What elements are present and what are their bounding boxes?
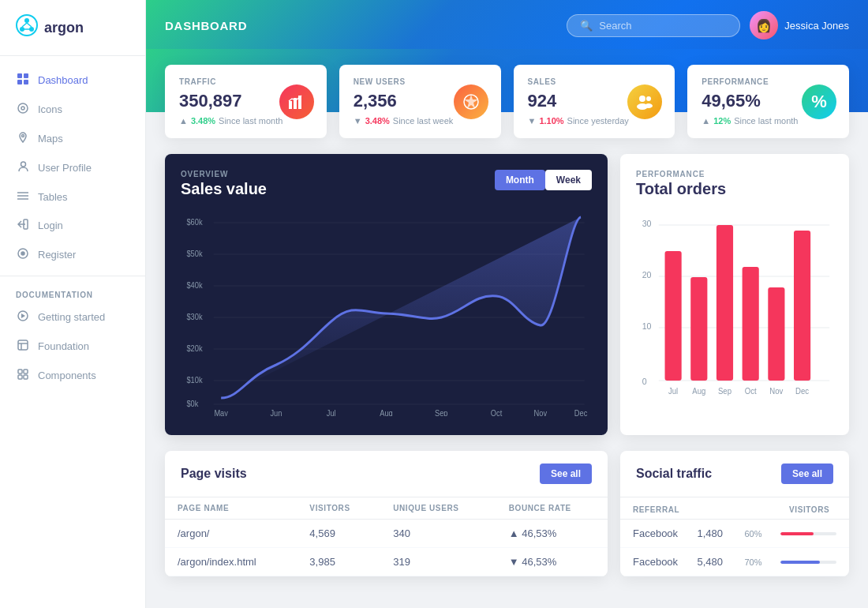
sales-chart-card: OVERVIEW Sales value Month Week $60k $50…: [165, 154, 608, 435]
chart-header: PERFORMANCE Total orders: [636, 170, 833, 198]
search-input[interactable]: [599, 20, 725, 32]
sidebar-item-components[interactable]: Components: [0, 361, 145, 390]
stat-icon-traffic: [279, 84, 314, 119]
sidebar-item-label: Register: [38, 249, 76, 261]
progress-bar: [780, 561, 837, 564]
svg-text:May: May: [214, 409, 228, 416]
search-bar[interactable]: 🔍: [567, 14, 740, 37]
svg-text:$30k: $30k: [186, 313, 202, 321]
sidebar-item-label: Foundation: [38, 340, 89, 352]
social-name: Facebook: [633, 527, 690, 539]
getting-started-icon: [16, 310, 30, 324]
sidebar-item-tables[interactable]: Tables: [0, 182, 145, 211]
svg-point-13: [22, 135, 24, 137]
chart-header: OVERVIEW Sales value Month Week: [181, 170, 592, 198]
see-all-page-visits-button[interactable]: See all: [540, 464, 592, 484]
cell-bounce: ▼ 46,53%: [496, 548, 608, 576]
sidebar-item-register[interactable]: Register: [0, 240, 145, 269]
svg-text:Nov: Nov: [534, 409, 548, 416]
user-name: Jessica Jones: [784, 20, 849, 32]
svg-rect-10: [24, 80, 28, 84]
progress-bar: [780, 532, 837, 535]
svg-rect-18: [24, 220, 28, 229]
svg-point-34: [646, 96, 651, 101]
sidebar-item-label: Tables: [38, 191, 68, 203]
svg-text:Jul: Jul: [327, 409, 336, 416]
svg-rect-26: [24, 370, 28, 373]
stat-card-performance: PERFORMANCE 49,65% ▲12% Since last month…: [687, 65, 849, 138]
svg-rect-22: [18, 340, 28, 350]
cell-bounce: ▲ 46,53%: [496, 520, 608, 548]
cell-unique: 340: [380, 520, 496, 548]
svg-text:Nov: Nov: [769, 387, 783, 396]
avatar: 👩: [750, 11, 778, 39]
page-visits-card: Page visits See all PAGE NAME VISITORS U…: [165, 451, 608, 576]
sidebar-item-foundation[interactable]: Foundation: [0, 332, 145, 361]
svg-rect-77: [794, 231, 810, 381]
maps-icon: [16, 132, 30, 145]
stat-icon-performance: %: [802, 84, 836, 119]
performance-title: Total orders: [636, 180, 726, 198]
svg-point-1: [24, 18, 29, 23]
logo-icon: [16, 14, 38, 41]
sidebar-item-maps[interactable]: Maps: [0, 124, 145, 153]
user-info: 👩 Jessica Jones: [750, 11, 849, 39]
stat-card-traffic: TRAFFIC 350,897 ▲3.48% Since last month: [165, 65, 327, 138]
chart-title: Sales value: [181, 180, 267, 198]
svg-point-33: [639, 96, 645, 102]
see-all-social-button[interactable]: See all: [781, 464, 833, 484]
col-visitors: VISITORS: [297, 497, 380, 520]
user-profile-icon: [16, 161, 30, 175]
svg-text:30: 30: [642, 219, 652, 228]
svg-text:0: 0: [642, 377, 647, 386]
toggle-buttons: Month Week: [495, 170, 592, 190]
svg-text:Oct: Oct: [745, 387, 757, 396]
dashboard-icon: [16, 73, 30, 87]
sidebar-item-getting-started[interactable]: Getting started: [0, 302, 145, 332]
social-traffic-header: Social traffic See all: [620, 451, 849, 497]
icons-icon: [16, 103, 30, 116]
toggle-week-button[interactable]: Week: [545, 170, 592, 190]
svg-text:Sep: Sep: [435, 409, 448, 416]
svg-point-12: [21, 107, 24, 110]
svg-rect-25: [18, 370, 22, 373]
login-icon: [16, 219, 30, 232]
svg-rect-7: [17, 73, 22, 78]
sidebar-item-label: Components: [38, 370, 96, 381]
performance-label: PERFORMANCE: [636, 170, 726, 178]
table-row: /argon/ 4,569 340 ▲ 46,53%: [165, 520, 608, 548]
social-visitors: 5,480: [698, 556, 737, 568]
svg-rect-67: [665, 251, 682, 381]
cell-visitors: 3,985: [297, 548, 380, 576]
col-unique-users: UNIQUE USERS: [380, 497, 496, 520]
overview-label: OVERVIEW: [181, 170, 267, 178]
progress-fill: [780, 561, 820, 564]
svg-text:Dec: Dec: [574, 409, 588, 416]
social-pct: 60%: [745, 529, 773, 539]
svg-text:$0k: $0k: [186, 400, 198, 408]
svg-text:Sep: Sep: [718, 387, 732, 396]
svg-point-14: [21, 162, 25, 167]
table-card-header: Page visits See all: [165, 451, 608, 497]
stat-icon-new-users: [454, 84, 488, 119]
charts-row: OVERVIEW Sales value Month Week $60k $50…: [165, 154, 849, 435]
stats-row: TRAFFIC 350,897 ▲3.48% Since last month …: [165, 65, 849, 138]
sidebar-item-label: Maps: [38, 133, 63, 144]
cell-page: /argon/: [165, 520, 297, 548]
components-icon: [16, 369, 30, 382]
sidebar-item-user-profile[interactable]: User Profile: [0, 153, 145, 182]
svg-text:Aug: Aug: [692, 387, 705, 396]
progress-fill: [780, 532, 814, 535]
sidebar-item-dashboard[interactable]: Dashboard: [0, 66, 145, 95]
svg-text:Jun: Jun: [270, 409, 282, 416]
svg-rect-27: [18, 375, 22, 379]
cell-page: /argon/index.html: [165, 548, 297, 576]
svg-point-36: [645, 103, 653, 108]
sidebar-item-icons[interactable]: Icons: [0, 95, 145, 124]
sidebar-item-login[interactable]: Login: [0, 211, 145, 240]
svg-point-20: [21, 252, 24, 255]
toggle-month-button[interactable]: Month: [495, 170, 545, 190]
sidebar-item-label: Login: [38, 220, 63, 231]
col-bounce-rate: BOUNCE RATE: [496, 497, 608, 520]
svg-text:Oct: Oct: [491, 409, 503, 416]
